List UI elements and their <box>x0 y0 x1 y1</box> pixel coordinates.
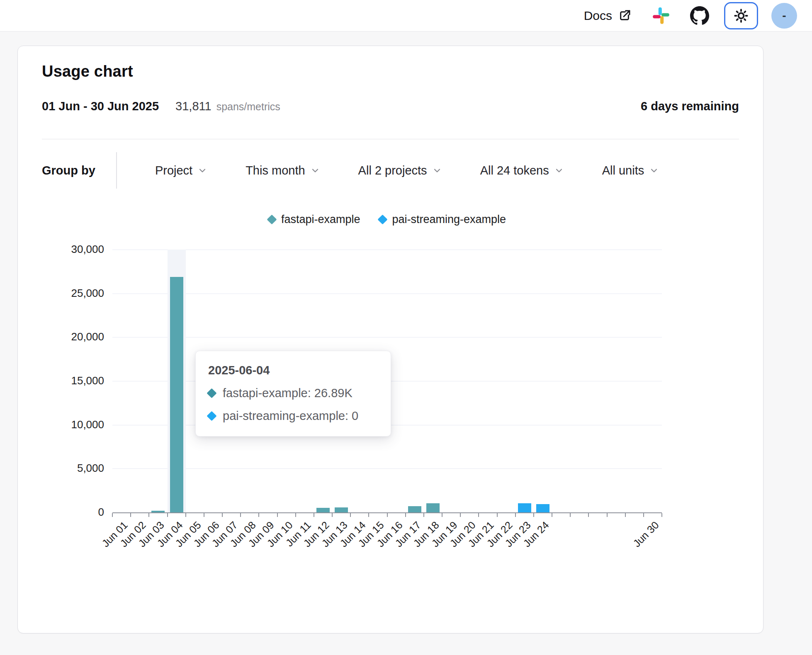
legend-label: fastapi-example <box>281 213 360 226</box>
chart-legend: fastapi-example pai-streaming-example <box>112 209 662 230</box>
tooltip-diamond-icon <box>207 411 216 421</box>
chevron-down-icon <box>310 165 320 175</box>
x-axis-tick <box>277 513 278 517</box>
bar-fastapi-example-Jun-17[interactable] <box>408 506 421 512</box>
x-axis-tick <box>295 513 296 517</box>
bar-fastapi-example-Jun-18[interactable] <box>426 503 440 512</box>
y-axis-tick-label: 30,000 <box>46 243 104 256</box>
y-axis-tick-label: 15,000 <box>46 374 104 387</box>
chevron-down-icon <box>197 165 207 175</box>
x-axis-label-Jun-30: Jun 30 <box>615 519 661 565</box>
x-axis-tick <box>478 513 479 517</box>
time-range-dropdown[interactable]: This month <box>246 164 320 177</box>
usage-chart-card: Usage chart 01 Jun - 30 Jun 2025 31,811 … <box>17 46 763 633</box>
projects-filter-dropdown[interactable]: All 2 projects <box>358 164 442 177</box>
x-axis-tick <box>130 513 131 517</box>
days-remaining: 6 days remaining <box>641 99 739 113</box>
projects-filter-value: All 2 projects <box>358 164 427 177</box>
usage-unit: spans/metrics <box>216 101 280 113</box>
slack-button[interactable] <box>652 7 670 25</box>
bar-pai-streaming-example-Jun-24[interactable] <box>536 504 549 512</box>
bar-fastapi-example-Jun-12[interactable] <box>316 508 330 512</box>
x-axis-tick <box>350 513 351 517</box>
x-axis-tick <box>570 513 571 517</box>
legend-diamond-icon <box>267 214 277 224</box>
github-icon <box>690 6 709 25</box>
y-axis-tick-label: 0 <box>46 506 104 519</box>
x-axis-tick <box>497 513 498 517</box>
page-title: Usage chart <box>42 63 739 80</box>
docs-link[interactable]: Docs <box>584 9 631 23</box>
theme-toggle-button[interactable] <box>724 2 758 29</box>
group-by-dropdown-value: Project <box>155 164 192 177</box>
github-button[interactable] <box>690 6 709 25</box>
x-axis-tick <box>222 513 223 517</box>
x-axis-tick <box>588 513 589 517</box>
tokens-filter-dropdown[interactable]: All 24 tokens <box>480 164 564 177</box>
avatar-label: - <box>782 9 786 22</box>
x-axis-tick <box>368 513 369 517</box>
bar-pai-streaming-example-Jun-23[interactable] <box>518 503 531 512</box>
legend-diamond-icon <box>378 214 388 224</box>
y-gridline <box>112 468 662 469</box>
slack-icon <box>652 7 670 25</box>
tooltip-row: fastapi-example: 26.89K <box>208 386 377 400</box>
group-by-label: Group by <box>42 164 95 177</box>
chevron-down-icon <box>432 165 442 175</box>
legend-item-fastapi-example[interactable]: fastapi-example <box>268 213 360 226</box>
x-axis-tick <box>240 513 241 517</box>
legend-label: pai-streaming-example <box>392 213 506 226</box>
chart-tooltip: 2025-06-04 fastapi-example: 26.89K pai-s… <box>195 351 391 437</box>
usage-bar-chart: 30,00025,00020,00015,00010,0005,0000 Jun… <box>42 230 740 577</box>
chevron-down-icon <box>554 165 564 175</box>
external-link-icon <box>618 9 631 22</box>
x-axis-tick <box>112 513 113 517</box>
x-axis-tick <box>332 513 333 517</box>
section-divider <box>42 139 739 139</box>
units-filter-dropdown[interactable]: All units <box>602 164 659 177</box>
user-avatar[interactable]: - <box>771 3 797 29</box>
x-axis-tick <box>515 513 516 517</box>
top-header-bar: Docs - <box>0 0 812 32</box>
x-axis-tick <box>314 513 314 517</box>
x-axis-tick <box>643 513 644 517</box>
tooltip-row: pai-streaming-example: 0 <box>208 409 377 423</box>
x-axis-tick <box>167 513 168 517</box>
tooltip-row-text: fastapi-example: 26.89K <box>223 386 353 400</box>
x-axis-tick <box>387 513 388 517</box>
x-axis-tick <box>460 513 461 517</box>
filter-row: Group by Project This month All 2 projec… <box>42 152 739 189</box>
tooltip-date: 2025-06-04 <box>208 364 377 377</box>
x-axis-tick <box>442 513 442 517</box>
x-axis-tick <box>607 513 608 517</box>
tooltip-row-text: pai-streaming-example: 0 <box>223 409 358 423</box>
y-axis-tick-label: 25,000 <box>46 287 104 300</box>
units-filter-value: All units <box>602 164 644 177</box>
docs-link-label: Docs <box>584 9 612 23</box>
x-axis-tick <box>204 513 204 517</box>
x-axis-tick <box>405 513 406 517</box>
x-axis-tick <box>148 513 149 517</box>
y-gridline <box>112 294 662 294</box>
x-axis-tick <box>423 513 424 517</box>
y-gridline <box>112 337 662 337</box>
y-axis-tick-label: 10,000 <box>46 418 104 431</box>
x-axis-tick <box>258 513 259 517</box>
bar-fastapi-example-Jun-04[interactable] <box>170 277 183 512</box>
y-gridline <box>112 250 662 250</box>
x-axis-tick <box>625 513 626 517</box>
time-range-dropdown-value: This month <box>246 164 305 177</box>
x-axis-tick <box>185 513 186 517</box>
bar-fastapi-example-Jun-13[interactable] <box>335 507 348 512</box>
x-axis-tick <box>533 513 534 517</box>
tokens-filter-value: All 24 tokens <box>480 164 549 177</box>
x-axis-tick <box>661 513 662 517</box>
y-axis-tick-label: 5,000 <box>46 462 104 475</box>
billing-period: 01 Jun - 30 Jun 2025 <box>42 99 159 113</box>
group-by-dropdown[interactable]: Project <box>155 164 207 177</box>
y-axis-tick-label: 20,000 <box>46 330 104 343</box>
legend-item-pai-streaming-example[interactable]: pai-streaming-example <box>379 213 506 226</box>
tooltip-diamond-icon <box>207 388 216 398</box>
chevron-down-icon <box>649 165 659 175</box>
usage-meta-row: 01 Jun - 30 Jun 2025 31,811 spans/metric… <box>42 99 739 113</box>
